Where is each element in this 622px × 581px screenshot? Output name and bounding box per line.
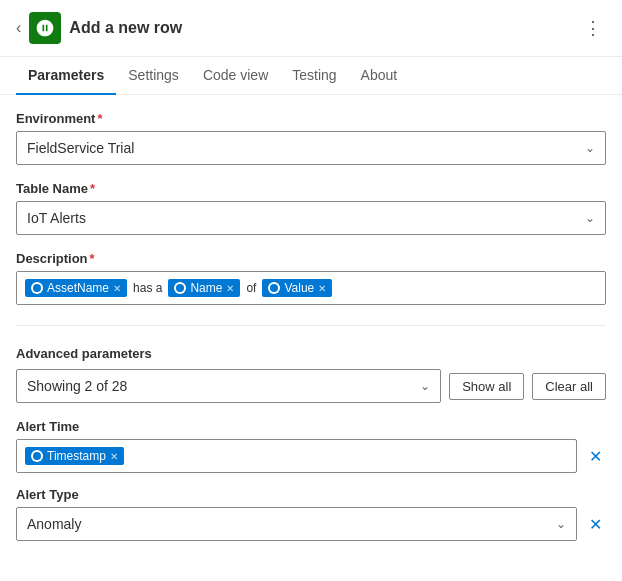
table-name-chevron-icon: ⌄ xyxy=(585,211,595,225)
alert-type-row: Alert Type Anomaly ⌄ ✕ xyxy=(16,487,606,541)
tab-testing[interactable]: Testing xyxy=(280,57,348,95)
svg-point-3 xyxy=(33,452,41,460)
token-timestamp-icon xyxy=(31,450,43,462)
advanced-row: Showing 2 of 28 ⌄ Show all Clear all xyxy=(16,369,606,403)
show-all-button[interactable]: Show all xyxy=(449,373,524,400)
alert-time-remove-icon[interactable]: ✕ xyxy=(585,443,606,470)
svg-point-0 xyxy=(33,284,41,292)
content-area: Environment* FieldService Trial ⌄ Table … xyxy=(0,95,622,575)
alert-type-remove-icon[interactable]: ✕ xyxy=(585,511,606,538)
environment-value: FieldService Trial xyxy=(27,140,134,156)
token-timestamp-label: Timestamp xyxy=(47,449,106,463)
page-title: Add a new row xyxy=(69,19,182,37)
token-timestamp[interactable]: Timestamp ✕ xyxy=(25,447,124,465)
environment-label: Environment* xyxy=(16,111,606,126)
alert-type-select[interactable]: Anomaly ⌄ xyxy=(16,507,577,541)
description-token-field[interactable]: AssetName ✕ has a Name ✕ of Value ✕ xyxy=(16,271,606,305)
description-field-group: Description* AssetName ✕ has a Name ✕ of xyxy=(16,251,606,305)
clear-all-button[interactable]: Clear all xyxy=(532,373,606,400)
alert-type-label: Alert Type xyxy=(16,487,606,502)
tab-parameters[interactable]: Parameters xyxy=(16,57,116,95)
token-name[interactable]: Name ✕ xyxy=(168,279,240,297)
app-icon xyxy=(29,12,61,44)
tab-settings[interactable]: Settings xyxy=(116,57,191,95)
tab-about[interactable]: About xyxy=(349,57,410,95)
advanced-select[interactable]: Showing 2 of 28 ⌄ xyxy=(16,369,441,403)
alert-time-row: Alert Time Timestamp ✕ ✕ xyxy=(16,419,606,473)
alert-time-token-field[interactable]: Timestamp ✕ xyxy=(16,439,577,473)
alert-time-label: Alert Time xyxy=(16,419,606,434)
token-assetname-icon xyxy=(31,282,43,294)
svg-point-2 xyxy=(270,284,278,292)
svg-point-1 xyxy=(176,284,184,292)
header-left: ‹ Add a new row xyxy=(16,12,182,44)
alert-type-select-row: Anomaly ⌄ ✕ xyxy=(16,507,606,541)
alert-type-chevron-icon: ⌄ xyxy=(556,517,566,531)
advanced-showing-text: Showing 2 of 28 xyxy=(27,378,127,394)
token-value-close[interactable]: ✕ xyxy=(318,283,326,294)
table-name-value: IoT Alerts xyxy=(27,210,86,226)
tab-code-view[interactable]: Code view xyxy=(191,57,280,95)
token-value[interactable]: Value ✕ xyxy=(262,279,332,297)
advanced-label: Advanced parameters xyxy=(16,346,606,361)
tabs-bar: Parameters Settings Code view Testing Ab… xyxy=(0,57,622,95)
text-has-a: has a xyxy=(131,281,164,295)
table-name-field-group: Table Name* IoT Alerts ⌄ xyxy=(16,181,606,235)
divider xyxy=(16,325,606,326)
token-assetname-close[interactable]: ✕ xyxy=(113,283,121,294)
text-of: of xyxy=(244,281,258,295)
environment-field-group: Environment* FieldService Trial ⌄ xyxy=(16,111,606,165)
advanced-section: Advanced parameters Showing 2 of 28 ⌄ Sh… xyxy=(16,346,606,403)
header: ‹ Add a new row ⋮ xyxy=(0,0,622,57)
more-options-icon[interactable]: ⋮ xyxy=(580,13,606,43)
table-name-select[interactable]: IoT Alerts ⌄ xyxy=(16,201,606,235)
description-label: Description* xyxy=(16,251,606,266)
dataverse-icon xyxy=(35,18,55,38)
environment-select[interactable]: FieldService Trial ⌄ xyxy=(16,131,606,165)
table-name-label: Table Name* xyxy=(16,181,606,196)
token-timestamp-close[interactable]: ✕ xyxy=(110,451,118,462)
token-assetname[interactable]: AssetName ✕ xyxy=(25,279,127,297)
alert-time-input-row: Timestamp ✕ ✕ xyxy=(16,439,606,473)
advanced-select-chevron-icon: ⌄ xyxy=(420,379,430,393)
token-name-icon xyxy=(174,282,186,294)
token-value-icon xyxy=(268,282,280,294)
alert-type-value: Anomaly xyxy=(27,516,81,532)
back-icon[interactable]: ‹ xyxy=(16,19,21,37)
token-name-close[interactable]: ✕ xyxy=(226,283,234,294)
environment-chevron-icon: ⌄ xyxy=(585,141,595,155)
